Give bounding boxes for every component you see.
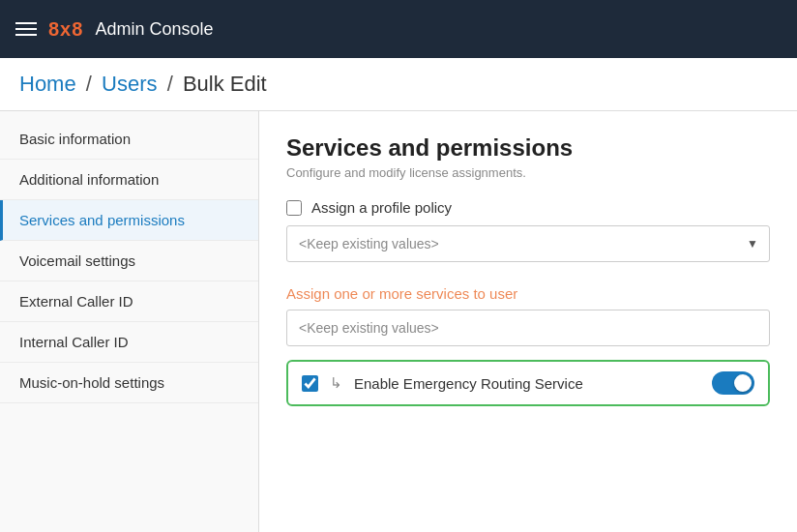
emergency-routing-label[interactable]: Enable Emergency Routing Service — [354, 375, 700, 392]
sidebar-item-voicemail-settings[interactable]: Voicemail settings — [0, 241, 258, 281]
breadcrumb-home[interactable]: Home — [19, 72, 76, 96]
sidebar: Basic information Additional information… — [0, 111, 259, 532]
sidebar-item-music-on-hold[interactable]: Music-on-hold settings — [0, 363, 258, 403]
sidebar-item-internal-caller-id[interactable]: Internal Caller ID — [0, 322, 258, 363]
sub-arrow-icon: ↳ — [330, 374, 342, 392]
main-content: Services and permissions Configure and m… — [259, 111, 797, 532]
breadcrumb-sep1: / — [86, 72, 92, 96]
profile-policy-dropdown-wrapper: <Keep existing values> ▼ — [286, 225, 770, 262]
profile-policy-dropdown[interactable]: <Keep existing values> — [286, 225, 770, 262]
app-header: 8x8 Admin Console — [0, 0, 797, 58]
sidebar-item-additional-information[interactable]: Additional information — [0, 160, 258, 200]
app-logo: 8x8 — [48, 18, 83, 41]
services-input[interactable]: <Keep existing values> — [286, 310, 770, 346]
app-title: Admin Console — [95, 19, 213, 40]
page-title: Services and permissions — [286, 134, 770, 162]
breadcrumb-bar: Home / Users / Bulk Edit — [0, 58, 797, 111]
sidebar-item-services-and-permissions[interactable]: Services and permissions — [0, 200, 258, 241]
profile-policy-row: Assign a profile policy — [286, 199, 770, 216]
page-subtitle: Configure and modify license assignments… — [286, 165, 770, 180]
profile-policy-label[interactable]: Assign a profile policy — [311, 199, 452, 216]
breadcrumb: Home / Users / Bulk Edit — [19, 72, 778, 97]
breadcrumb-current: Bulk Edit — [183, 72, 267, 96]
main-layout: Basic information Additional information… — [0, 111, 797, 532]
emergency-routing-box: ↳ Enable Emergency Routing Service — [286, 360, 770, 406]
sidebar-item-external-caller-id[interactable]: External Caller ID — [0, 281, 258, 322]
emergency-routing-checkbox[interactable] — [302, 375, 318, 392]
sidebar-item-basic-information[interactable]: Basic information — [0, 119, 258, 160]
hamburger-menu[interactable] — [15, 22, 37, 36]
assign-services-label: Assign one or more services to user — [286, 285, 770, 302]
profile-policy-checkbox[interactable] — [286, 200, 302, 216]
emergency-routing-toggle[interactable] — [712, 371, 754, 395]
breadcrumb-users[interactable]: Users — [102, 72, 157, 96]
breadcrumb-sep2: / — [167, 72, 173, 96]
